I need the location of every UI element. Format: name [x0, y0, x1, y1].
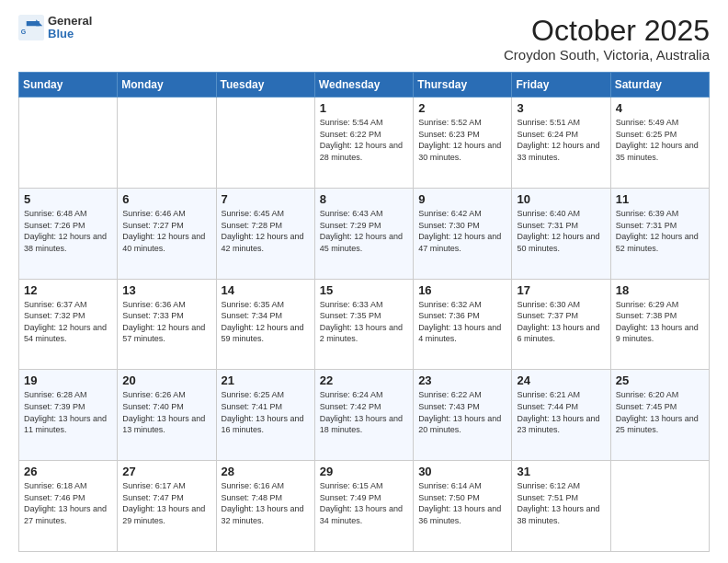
- day-number: 15: [320, 283, 408, 297]
- day-number: 13: [122, 283, 210, 297]
- day-info: Sunrise: 6:30 AM Sunset: 7:37 PM Dayligh…: [517, 299, 605, 345]
- logo-blue: Blue: [48, 28, 92, 40]
- day-number: 28: [222, 465, 310, 478]
- header-day-sunday: Sunday: [19, 73, 118, 98]
- calendar-cell: 2Sunrise: 5:52 AM Sunset: 6:23 PM Daylig…: [414, 98, 512, 189]
- logo-general: General: [48, 15, 92, 28]
- day-info: Sunrise: 6:12 AM Sunset: 7:51 PM Dayligh…: [517, 480, 605, 526]
- calendar-cell: 28Sunrise: 6:16 AM Sunset: 7:48 PM Dayli…: [216, 461, 314, 552]
- day-info: Sunrise: 6:14 AM Sunset: 7:50 PM Dayligh…: [418, 480, 506, 526]
- day-number: 25: [616, 373, 704, 387]
- calendar-cell: 25Sunrise: 6:20 AM Sunset: 7:45 PM Dayli…: [610, 370, 709, 461]
- calendar-cell: 10Sunrise: 6:40 AM Sunset: 7:31 PM Dayli…: [512, 188, 610, 279]
- day-number: 14: [222, 283, 310, 297]
- calendar-cell: 8Sunrise: 6:43 AM Sunset: 7:29 PM Daylig…: [314, 188, 413, 279]
- day-number: 24: [517, 373, 605, 387]
- header-day-saturday: Saturday: [610, 73, 709, 98]
- calendar-header: SundayMondayTuesdayWednesdayThursdayFrid…: [19, 73, 710, 98]
- calendar-cell: 20Sunrise: 6:26 AM Sunset: 7:40 PM Dayli…: [118, 370, 216, 461]
- day-info: Sunrise: 6:32 AM Sunset: 7:36 PM Dayligh…: [418, 299, 506, 345]
- calendar-cell: 19Sunrise: 6:28 AM Sunset: 7:39 PM Dayli…: [19, 370, 118, 461]
- calendar-cell: 6Sunrise: 6:46 AM Sunset: 7:27 PM Daylig…: [118, 188, 216, 279]
- calendar-table: SundayMondayTuesdayWednesdayThursdayFrid…: [18, 72, 710, 552]
- day-info: Sunrise: 6:45 AM Sunset: 7:28 PM Dayligh…: [222, 208, 310, 254]
- day-number: 20: [122, 373, 210, 387]
- day-info: Sunrise: 6:35 AM Sunset: 7:34 PM Dayligh…: [222, 299, 310, 345]
- header-day-thursday: Thursday: [414, 73, 512, 98]
- day-info: Sunrise: 6:40 AM Sunset: 7:31 PM Dayligh…: [517, 208, 605, 254]
- header-day-monday: Monday: [118, 73, 216, 98]
- day-info: Sunrise: 5:52 AM Sunset: 6:23 PM Dayligh…: [418, 117, 506, 163]
- day-info: Sunrise: 6:43 AM Sunset: 7:29 PM Dayligh…: [320, 208, 408, 254]
- calendar-cell: 5Sunrise: 6:48 AM Sunset: 7:26 PM Daylig…: [19, 188, 118, 279]
- calendar-cell: 30Sunrise: 6:14 AM Sunset: 7:50 PM Dayli…: [414, 461, 512, 552]
- day-number: 23: [418, 373, 506, 387]
- day-number: 30: [418, 465, 506, 478]
- day-info: Sunrise: 6:39 AM Sunset: 7:31 PM Dayligh…: [616, 208, 704, 254]
- day-info: Sunrise: 6:42 AM Sunset: 7:30 PM Dayligh…: [418, 208, 506, 254]
- day-info: Sunrise: 6:28 AM Sunset: 7:39 PM Dayligh…: [24, 389, 112, 435]
- day-number: 18: [616, 283, 704, 297]
- week-row-1: 5Sunrise: 6:48 AM Sunset: 7:26 PM Daylig…: [19, 188, 710, 279]
- day-info: Sunrise: 6:16 AM Sunset: 7:48 PM Dayligh…: [222, 480, 310, 526]
- calendar-cell: 23Sunrise: 6:22 AM Sunset: 7:43 PM Dayli…: [414, 370, 512, 461]
- week-row-4: 26Sunrise: 6:18 AM Sunset: 7:46 PM Dayli…: [19, 461, 710, 552]
- day-info: Sunrise: 6:29 AM Sunset: 7:38 PM Dayligh…: [616, 299, 704, 345]
- calendar-cell: 1Sunrise: 5:54 AM Sunset: 6:22 PM Daylig…: [314, 98, 413, 189]
- day-number: 10: [517, 192, 605, 206]
- day-number: 5: [24, 192, 112, 206]
- page-subtitle: Croydon South, Victoria, Australia: [504, 47, 710, 63]
- calendar-cell: 15Sunrise: 6:33 AM Sunset: 7:35 PM Dayli…: [314, 279, 413, 370]
- day-number: 12: [24, 283, 112, 297]
- day-info: Sunrise: 5:49 AM Sunset: 6:25 PM Dayligh…: [616, 117, 704, 163]
- days-row: SundayMondayTuesdayWednesdayThursdayFrid…: [19, 73, 710, 98]
- calendar-body: 1Sunrise: 5:54 AM Sunset: 6:22 PM Daylig…: [19, 98, 710, 552]
- day-info: Sunrise: 6:26 AM Sunset: 7:40 PM Dayligh…: [122, 389, 210, 435]
- day-info: Sunrise: 6:17 AM Sunset: 7:47 PM Dayligh…: [122, 480, 210, 526]
- page: G General Blue October 2025 Croydon Sout…: [0, 0, 728, 563]
- day-info: Sunrise: 6:48 AM Sunset: 7:26 PM Dayligh…: [24, 208, 112, 254]
- week-row-0: 1Sunrise: 5:54 AM Sunset: 6:22 PM Daylig…: [19, 98, 710, 189]
- day-number: 29: [320, 465, 408, 478]
- day-number: 2: [418, 101, 506, 115]
- calendar-cell: 31Sunrise: 6:12 AM Sunset: 7:51 PM Dayli…: [512, 461, 610, 552]
- calendar-cell: 11Sunrise: 6:39 AM Sunset: 7:31 PM Dayli…: [610, 188, 709, 279]
- calendar-cell: 17Sunrise: 6:30 AM Sunset: 7:37 PM Dayli…: [512, 279, 610, 370]
- calendar-cell: 29Sunrise: 6:15 AM Sunset: 7:49 PM Dayli…: [314, 461, 413, 552]
- logo-text: General Blue: [48, 15, 92, 41]
- calendar-cell: 3Sunrise: 5:51 AM Sunset: 6:24 PM Daylig…: [512, 98, 610, 189]
- day-number: 26: [24, 465, 112, 478]
- day-info: Sunrise: 6:18 AM Sunset: 7:46 PM Dayligh…: [24, 480, 112, 526]
- calendar-cell: 18Sunrise: 6:29 AM Sunset: 7:38 PM Dayli…: [610, 279, 709, 370]
- calendar-cell: 26Sunrise: 6:18 AM Sunset: 7:46 PM Dayli…: [19, 461, 118, 552]
- title-block: October 2025 Croydon South, Victoria, Au…: [504, 15, 710, 63]
- calendar-cell: 14Sunrise: 6:35 AM Sunset: 7:34 PM Dayli…: [216, 279, 314, 370]
- day-info: Sunrise: 6:15 AM Sunset: 7:49 PM Dayligh…: [320, 480, 408, 526]
- svg-text:G: G: [21, 29, 27, 35]
- day-number: 4: [616, 101, 704, 115]
- day-number: 16: [418, 283, 506, 297]
- day-number: 19: [24, 373, 112, 387]
- calendar-cell: [19, 98, 118, 189]
- day-info: Sunrise: 6:22 AM Sunset: 7:43 PM Dayligh…: [418, 389, 506, 435]
- week-row-3: 19Sunrise: 6:28 AM Sunset: 7:39 PM Dayli…: [19, 370, 710, 461]
- day-number: 6: [122, 192, 210, 206]
- calendar-cell: 9Sunrise: 6:42 AM Sunset: 7:30 PM Daylig…: [414, 188, 512, 279]
- day-info: Sunrise: 6:25 AM Sunset: 7:41 PM Dayligh…: [222, 389, 310, 435]
- day-number: 17: [517, 283, 605, 297]
- day-info: Sunrise: 6:33 AM Sunset: 7:35 PM Dayligh…: [320, 299, 408, 345]
- header-day-friday: Friday: [512, 73, 610, 98]
- calendar-cell: 22Sunrise: 6:24 AM Sunset: 7:42 PM Dayli…: [314, 370, 413, 461]
- day-number: 7: [222, 192, 310, 206]
- header-day-wednesday: Wednesday: [314, 73, 413, 98]
- calendar-cell: 16Sunrise: 6:32 AM Sunset: 7:36 PM Dayli…: [414, 279, 512, 370]
- day-info: Sunrise: 6:37 AM Sunset: 7:32 PM Dayligh…: [24, 299, 112, 345]
- calendar-cell: 12Sunrise: 6:37 AM Sunset: 7:32 PM Dayli…: [19, 279, 118, 370]
- header: G General Blue October 2025 Croydon Sout…: [18, 15, 710, 63]
- day-info: Sunrise: 6:20 AM Sunset: 7:45 PM Dayligh…: [616, 389, 704, 435]
- calendar-cell: 21Sunrise: 6:25 AM Sunset: 7:41 PM Dayli…: [216, 370, 314, 461]
- day-info: Sunrise: 6:46 AM Sunset: 7:27 PM Dayligh…: [122, 208, 210, 254]
- day-number: 27: [122, 465, 210, 478]
- header-day-tuesday: Tuesday: [216, 73, 314, 98]
- day-number: 21: [222, 373, 310, 387]
